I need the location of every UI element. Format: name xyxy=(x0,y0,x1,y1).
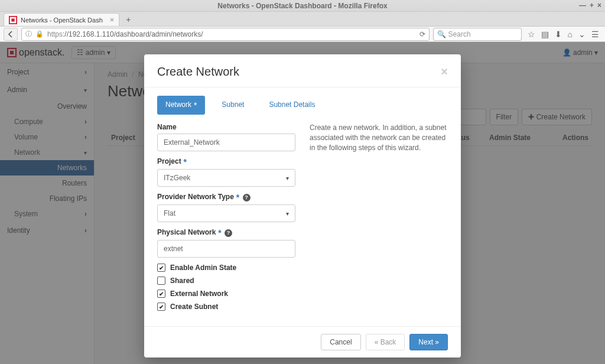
clipboard-icon[interactable]: ▤ xyxy=(541,30,549,39)
search-placeholder: Search xyxy=(448,30,471,38)
tab-close-icon[interactable]: × xyxy=(110,15,115,24)
window-title-text: Networks - OpenStack Dashboard - Mozilla… xyxy=(217,2,387,10)
project-select[interactable]: ITzGeek ▾ xyxy=(157,169,295,187)
window-close-icon[interactable]: × xyxy=(597,1,601,9)
tab-subnet-details[interactable]: Subnet Details xyxy=(261,96,323,115)
browser-tab[interactable]: Networks - OpenStack Dash × xyxy=(4,13,119,26)
checkbox-checked-icon: ✔ xyxy=(157,303,165,311)
name-input[interactable] xyxy=(157,134,295,151)
modal-header: Create Network × xyxy=(144,54,461,87)
pocket-icon[interactable]: ⌄ xyxy=(578,30,586,39)
modal-title: Create Network xyxy=(157,65,239,79)
search-box[interactable]: 🔍 Search xyxy=(433,28,522,41)
browser-tab-bar: Networks - OpenStack Dash × + xyxy=(0,12,605,27)
tab-subnet[interactable]: Subnet xyxy=(213,96,252,115)
chevron-down-icon: ▾ xyxy=(286,175,289,181)
wizard-tabs: Network * Subnet Subnet Details xyxy=(157,96,448,115)
shared-checkbox[interactable]: Shared xyxy=(157,277,295,285)
create-subnet-checkbox[interactable]: ✔ Create Subnet xyxy=(157,303,295,311)
tab-favicon-icon xyxy=(9,16,17,24)
project-select-value: ITzGeek xyxy=(164,174,190,182)
project-label: Project * xyxy=(157,157,295,167)
browser-nav-toolbar: ⓘ 🔒 https://192.168.1.110/dashboard/admi… xyxy=(0,27,605,42)
window-maximize-icon[interactable]: + xyxy=(590,1,594,9)
next-button[interactable]: Next » xyxy=(409,334,448,350)
name-label: Name xyxy=(157,123,295,131)
checkbox-checked-icon: ✔ xyxy=(157,264,165,272)
provider-type-value: Flat xyxy=(164,209,175,217)
physical-network-label: Physical Network * ? xyxy=(157,228,295,238)
modal-footer: Cancel « Back Next » xyxy=(144,326,461,358)
physical-network-input[interactable] xyxy=(157,240,295,258)
info-icon[interactable]: ⓘ xyxy=(25,30,32,38)
help-icon[interactable]: ? xyxy=(243,194,251,202)
create-network-modal: Create Network × Network * Subnet Subnet… xyxy=(144,54,461,358)
cancel-button[interactable]: Cancel xyxy=(321,334,360,350)
close-icon[interactable]: × xyxy=(441,65,448,79)
enable-admin-state-checkbox[interactable]: ✔ Enable Admin State xyxy=(157,264,295,272)
url-path: ://192.168.1.110/dashboard/admin/network… xyxy=(63,30,203,38)
bookmark-icon[interactable]: ☆ xyxy=(528,30,535,39)
chevron-down-icon: ▾ xyxy=(286,210,289,217)
url-scheme: https xyxy=(47,30,63,38)
provider-type-label: Provider Network Type * ? xyxy=(157,193,295,202)
new-tab-button[interactable]: + xyxy=(122,14,135,25)
back-button[interactable]: « Back xyxy=(366,334,405,350)
search-icon: 🔍 xyxy=(437,30,446,38)
window-minimize-icon[interactable]: — xyxy=(579,1,586,9)
help-icon[interactable]: ? xyxy=(225,229,232,237)
lock-warning-icon[interactable]: 🔒 xyxy=(35,30,44,38)
external-network-checkbox[interactable]: ✔ External Network xyxy=(157,290,295,298)
home-icon[interactable]: ⌂ xyxy=(568,30,573,39)
tab-label: Networks - OpenStack Dash xyxy=(21,17,103,24)
modal-description: Create a new network. In addition, a sub… xyxy=(310,123,448,316)
url-bar[interactable]: ⓘ 🔒 https://192.168.1.110/dashboard/admi… xyxy=(21,28,430,41)
menu-icon[interactable]: ☰ xyxy=(591,30,599,39)
tab-network[interactable]: Network * xyxy=(157,96,205,115)
refresh-icon[interactable]: ⟳ xyxy=(412,30,425,38)
checkbox-unchecked-icon xyxy=(157,277,165,285)
svg-rect-1 xyxy=(11,18,14,21)
nav-back-button[interactable] xyxy=(4,28,18,41)
window-title-bar: Networks - OpenStack Dashboard - Mozilla… xyxy=(0,0,605,12)
checkbox-checked-icon: ✔ xyxy=(157,290,165,298)
downloads-icon[interactable]: ⬇ xyxy=(555,30,562,39)
provider-type-select[interactable]: Flat ▾ xyxy=(157,204,295,222)
